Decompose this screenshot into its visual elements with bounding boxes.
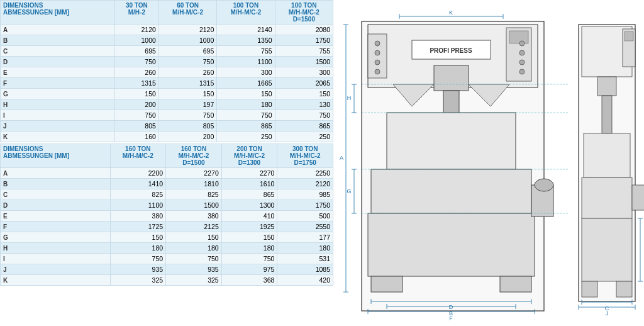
svg-point-5 <box>375 41 380 46</box>
svg-rect-15 <box>434 65 469 91</box>
cell-value: 177 <box>277 232 333 243</box>
svg-rect-69 <box>632 185 644 210</box>
cell-value: 300 <box>275 67 333 78</box>
row-label: A <box>1 168 111 179</box>
cell-value: 2080 <box>275 25 333 35</box>
col-header-dim2: DIMENSIONSABMESSUNGEN [MM] <box>1 144 111 168</box>
row-label: H <box>1 99 115 110</box>
cell-value: 2270 <box>166 168 222 179</box>
cell-value: 1750 <box>277 200 333 211</box>
col-header-160ton-d1500: 160 TONM/H-M/C-2D=1500 <box>166 144 222 168</box>
cell-value: 750 <box>114 110 158 121</box>
row-label: D <box>1 57 115 67</box>
svg-text:G: G <box>347 188 351 194</box>
cell-value: 180 <box>217 99 275 110</box>
svg-rect-63 <box>602 96 612 133</box>
cell-value: 865 <box>275 121 333 132</box>
svg-rect-67 <box>582 281 597 297</box>
svg-point-11 <box>519 60 525 65</box>
cell-value: 1725 <box>110 222 166 232</box>
cell-value: 1500 <box>275 57 333 67</box>
svg-rect-19 <box>387 113 516 169</box>
cell-value: 531 <box>277 254 333 264</box>
svg-rect-62 <box>597 77 616 96</box>
cell-value: 1000 <box>158 35 216 46</box>
cell-value: 805 <box>158 121 216 132</box>
cell-value: 750 <box>275 110 333 121</box>
cell-value: 935 <box>110 264 166 275</box>
cell-value: 150 <box>110 232 166 243</box>
cell-value: 250 <box>217 132 275 142</box>
cell-value: 150 <box>221 232 277 243</box>
cell-value: 865 <box>221 189 277 200</box>
cell-value: 325 <box>166 275 222 286</box>
cell-value: 180 <box>110 243 166 254</box>
svg-text:A: A <box>340 155 343 161</box>
table-row: G 150 150 150 150 <box>1 89 333 99</box>
cell-value: 750 <box>114 57 158 67</box>
cell-value: 1925 <box>221 222 277 232</box>
row-label: C <box>1 46 115 57</box>
table-row: I 750 750 750 531 <box>1 254 333 264</box>
cell-value: 160 <box>114 132 158 142</box>
svg-text:F: F <box>449 315 453 322</box>
table-row: D 750 750 1100 1500 <box>1 57 333 67</box>
cell-value: 180 <box>277 243 333 254</box>
col-header-200ton: 200 TONM/H-M/C-2D=1300 <box>221 144 277 168</box>
table-row: F 1315 1315 1665 2065 <box>1 78 333 89</box>
row-label: K <box>1 132 115 142</box>
cell-value: 825 <box>166 189 222 200</box>
svg-rect-68 <box>616 281 632 297</box>
row-label: G <box>1 89 115 99</box>
cell-value: 1000 <box>114 35 158 46</box>
svg-rect-20 <box>371 169 531 213</box>
cell-value: 150 <box>158 89 216 99</box>
cell-value: 380 <box>110 211 166 222</box>
row-label: J <box>1 121 115 132</box>
cell-value: 380 <box>166 211 222 222</box>
svg-text:PROFI PRESS: PROFI PRESS <box>430 47 472 54</box>
cell-value: 2120 <box>114 25 158 35</box>
cell-value: 750 <box>166 254 222 264</box>
cell-value: 1100 <box>217 57 275 67</box>
table-row: C 825 825 865 985 <box>1 189 333 200</box>
cell-value: 750 <box>158 57 216 67</box>
cell-value: 180 <box>166 243 222 254</box>
cell-value: 2120 <box>277 179 333 189</box>
svg-rect-65 <box>582 177 632 218</box>
cell-value: 1810 <box>166 179 222 189</box>
cell-value: 1350 <box>217 35 275 46</box>
cell-value: 1665 <box>217 78 275 89</box>
machine-diagram: PROFI PRESS <box>333 0 644 326</box>
press-diagram-svg: PROFI PRESS <box>336 3 644 323</box>
svg-point-25 <box>535 179 553 191</box>
row-label: E <box>1 211 111 222</box>
row-label: J <box>1 264 111 275</box>
svg-point-10 <box>519 50 525 55</box>
col-header-100ton-d1500: 100 TONM/H-M/C-2D=1500 <box>275 1 333 25</box>
cell-value: 750 <box>110 254 166 264</box>
cell-value: 250 <box>275 132 333 142</box>
cell-value: 865 <box>217 121 275 132</box>
cell-value: 325 <box>110 275 166 286</box>
cell-value: 300 <box>217 67 275 78</box>
cell-value: 2140 <box>217 25 275 35</box>
cell-value: 2120 <box>158 25 216 35</box>
svg-point-12 <box>519 69 525 74</box>
cell-value: 755 <box>275 46 333 57</box>
svg-rect-23 <box>500 276 531 292</box>
svg-rect-61 <box>625 31 633 41</box>
col-header-160ton: 160 TONM/H-M/C-2 <box>110 144 166 168</box>
cell-value: 1100 <box>110 200 166 211</box>
cell-value: 1610 <box>221 179 277 189</box>
cell-value: 975 <box>221 264 277 275</box>
svg-rect-21 <box>368 213 535 276</box>
cell-value: 695 <box>114 46 158 57</box>
cell-value: 2065 <box>275 78 333 89</box>
table-160-300ton: DIMENSIONSABMESSUNGEN [MM] 160 TONM/H-M/… <box>0 143 333 286</box>
table-row: K 160 200 250 250 <box>1 132 333 142</box>
row-label: B <box>1 179 111 189</box>
cell-value: 1500 <box>166 200 222 211</box>
cell-value: 197 <box>158 99 216 110</box>
dimensions-tables: DIMENSIONSABMESSUNGEN [MM] 30 TONM/H-2 6… <box>0 0 333 326</box>
